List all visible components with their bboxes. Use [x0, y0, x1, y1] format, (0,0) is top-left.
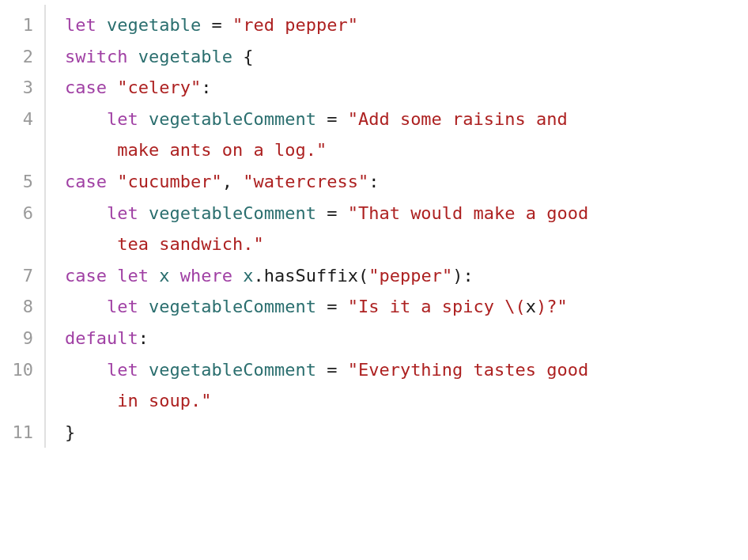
- token-id: vegetableComment: [149, 360, 316, 380]
- token-pln: [169, 266, 179, 286]
- line-number: 9: [0, 323, 33, 354]
- token-pln: {: [232, 47, 254, 66]
- token-kw: where: [180, 266, 232, 286]
- token-pln: [138, 360, 149, 380]
- token-str: make ants on a log.": [117, 140, 327, 160]
- token-pln: [149, 266, 159, 286]
- token-kw: let: [107, 109, 138, 129]
- code-line[interactable]: case "celery":: [65, 72, 732, 104]
- token-str: "Everything tastes good: [348, 360, 599, 380]
- line-number: 3: [0, 72, 33, 104]
- token-pln: :: [201, 78, 211, 97]
- token-pln: [138, 203, 149, 223]
- token-pln: ):: [452, 266, 474, 286]
- token-pln: }: [65, 422, 75, 442]
- token-kw: let: [107, 203, 138, 223]
- token-id: vegetableComment: [149, 109, 316, 129]
- token-interp-delim: ): [536, 297, 546, 316]
- line-number: 8: [0, 291, 33, 323]
- token-pln: [232, 266, 243, 286]
- token-id: vegetableComment: [149, 203, 316, 223]
- token-pln: =: [316, 360, 348, 380]
- code-line[interactable]: switch vegetable {: [65, 41, 732, 73]
- token-pln: =: [316, 109, 348, 129]
- token-str: "watercress": [243, 172, 368, 191]
- code-line[interactable]: }: [65, 417, 732, 448]
- token-pln: [127, 47, 138, 66]
- token-interp-delim: \(: [504, 297, 526, 316]
- token-str: "red pepper": [232, 15, 358, 35]
- token-pln: [138, 109, 149, 129]
- token-pln: .: [253, 266, 263, 286]
- code-line[interactable]: let vegetable = "red pepper": [65, 9, 732, 41]
- token-pln: :: [138, 328, 149, 348]
- code-line[interactable]: case let x where x.hasSuffix("pepper"):: [65, 260, 732, 292]
- code-area[interactable]: let vegetable = "red pepper"switch veget…: [46, 5, 748, 448]
- token-pln: :: [368, 172, 379, 191]
- token-pln: [96, 15, 107, 35]
- token-str: ?": [546, 297, 568, 316]
- token-pln: [138, 297, 149, 316]
- token-pln: ,: [222, 172, 244, 191]
- token-kw: case: [65, 172, 107, 191]
- token-kw: let: [65, 15, 96, 35]
- token-kw: let: [107, 297, 138, 316]
- line-number: 6: [0, 198, 33, 260]
- code-line[interactable]: let vegetableComment = "Is it a spicy \(…: [65, 291, 732, 323]
- token-pln: [107, 78, 117, 97]
- line-number-gutter: 1234567891011: [0, 5, 46, 448]
- token-id: x: [243, 266, 253, 286]
- token-kw: switch: [65, 47, 127, 66]
- token-str: in soup.": [117, 391, 211, 411]
- code-line[interactable]: let vegetableComment = "Add some raisins…: [65, 104, 732, 166]
- token-kw: case: [65, 78, 107, 97]
- token-pln: =: [316, 203, 348, 223]
- token-str: "celery": [117, 78, 201, 97]
- token-call: hasSuffix: [264, 266, 358, 286]
- line-number: 4: [0, 104, 33, 166]
- token-kw: let: [117, 266, 149, 286]
- line-number: 2: [0, 41, 33, 73]
- code-line[interactable]: let vegetableComment = "Everything taste…: [65, 354, 732, 417]
- token-pln: [107, 266, 117, 286]
- code-block: 1234567891011 let vegetable = "red peppe…: [0, 5, 748, 448]
- token-pln: [65, 297, 107, 316]
- token-interp-inner: x: [526, 297, 536, 316]
- token-id: vegetable: [107, 15, 201, 35]
- token-id: x: [159, 266, 169, 286]
- token-pln: [65, 109, 107, 129]
- token-pln: =: [316, 297, 348, 316]
- token-pln: [65, 203, 107, 223]
- line-number: 11: [0, 417, 33, 448]
- line-number: 5: [0, 166, 33, 198]
- code-line[interactable]: default:: [65, 323, 732, 354]
- token-str: "Is it a spicy: [348, 297, 505, 316]
- token-kw: default: [65, 328, 138, 348]
- token-str: "cucumber": [117, 172, 221, 191]
- token-kw: let: [107, 360, 138, 380]
- token-str: "That would make a good: [348, 203, 599, 223]
- token-pln: [107, 172, 117, 191]
- token-pln: (: [358, 266, 368, 286]
- token-str: "pepper": [368, 266, 452, 286]
- token-id: vegetableComment: [149, 297, 316, 316]
- token-kw: case: [65, 266, 107, 286]
- token-str: "Add some raisins and: [348, 109, 578, 129]
- code-line[interactable]: let vegetableComment = "That would make …: [65, 198, 732, 260]
- line-number: 1: [0, 9, 33, 41]
- token-pln: [65, 360, 107, 380]
- token-str: tea sandwich.": [117, 234, 263, 254]
- token-id: vegetable: [138, 47, 232, 66]
- token-pln: =: [201, 15, 232, 35]
- code-line[interactable]: case "cucumber", "watercress":: [65, 166, 732, 198]
- line-number: 10: [0, 354, 33, 417]
- line-number: 7: [0, 260, 33, 292]
